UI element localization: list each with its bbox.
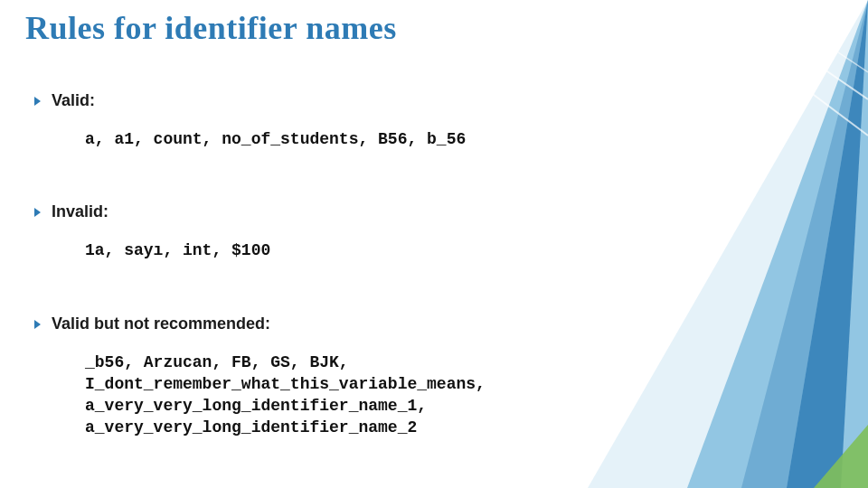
slide: Rules for identifier names Valid: a, a1,… <box>0 0 868 488</box>
svg-marker-4 <box>814 425 868 488</box>
chevron-right-icon <box>34 320 41 329</box>
bullet-label: Valid but not recommended: <box>52 314 270 333</box>
chevron-right-icon <box>34 208 41 217</box>
content-area: Valid: a, a1, count, no_of_students, B56… <box>34 86 669 466</box>
code-invalid: 1a, sayı, int, $100 <box>85 239 669 261</box>
bullet-label: Invalid: <box>52 202 108 221</box>
chevron-right-icon <box>34 97 41 106</box>
bullet-not-recommended: Valid but not recommended: <box>34 314 669 333</box>
code-valid: a, a1, count, no_of_students, B56, b_56 <box>85 128 669 150</box>
bullet-label: Valid: <box>52 91 95 110</box>
svg-line-7 <box>760 0 868 72</box>
svg-marker-1 <box>687 0 868 488</box>
svg-marker-3 <box>741 0 868 488</box>
page-title: Rules for identifier names <box>25 9 397 47</box>
svg-line-5 <box>687 0 868 136</box>
svg-line-6 <box>723 0 868 99</box>
svg-marker-2 <box>787 0 868 488</box>
bullet-valid: Valid: <box>34 91 669 110</box>
code-not-recommended: _b56, Arzucan, FB, GS, BJK, I_dont_remem… <box>85 352 669 439</box>
bullet-invalid: Invalid: <box>34 202 669 221</box>
